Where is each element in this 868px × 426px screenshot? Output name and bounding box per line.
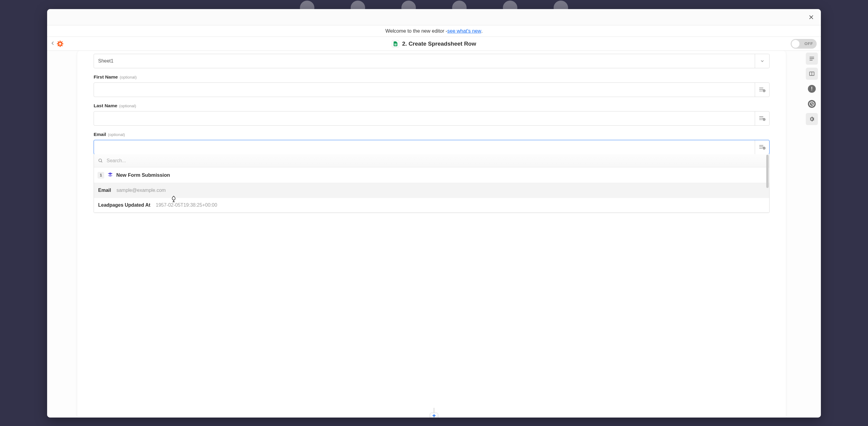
option-value: 1957-02-05T19:38:25+00:00: [156, 203, 217, 208]
last-name-label: Last Name (optional): [94, 103, 770, 109]
svg-rect-6: [60, 41, 63, 43]
whats-new-link[interactable]: see what's new: [447, 28, 481, 34]
outline-icon[interactable]: [806, 53, 818, 65]
dropdown-source-header[interactable]: 1 New Form Submission: [94, 168, 769, 183]
insert-data-icon[interactable]: [755, 140, 769, 154]
svg-rect-8: [57, 41, 60, 43]
zapier-logo-icon: [56, 40, 64, 48]
insert-data-icon[interactable]: [755, 112, 769, 125]
close-icon[interactable]: [807, 13, 815, 22]
option-key: Email: [98, 188, 111, 193]
step-card: Sheet1 First Name (optional): [77, 51, 786, 418]
option-key: Leadpages Updated At: [98, 203, 150, 208]
svg-rect-7: [57, 44, 60, 47]
svg-rect-3: [60, 45, 61, 47]
svg-marker-30: [108, 173, 113, 175]
source-name: New Form Submission: [116, 172, 170, 178]
dropdown-scrollbar[interactable]: [766, 155, 769, 188]
step-title: 2. Create Spreadsheet Row: [402, 40, 476, 47]
svg-rect-2: [60, 40, 61, 42]
worksheet-value: Sheet1: [94, 54, 755, 68]
first-name-input[interactable]: [94, 83, 755, 97]
dropdown-option[interactable]: Leadpages Updated At1957-02-05T19:38:25+…: [94, 198, 769, 213]
clock-icon[interactable]: [806, 98, 818, 110]
insert-data-icon[interactable]: [755, 83, 769, 97]
email-label: Email (optional): [94, 132, 770, 137]
add-step-button[interactable]: +: [430, 413, 438, 418]
google-sheets-icon: [392, 40, 399, 48]
settings-gear-icon[interactable]: [806, 113, 818, 125]
email-input[interactable]: [94, 140, 755, 154]
first-name-label: First Name (optional): [94, 74, 770, 80]
svg-rect-5: [61, 43, 63, 44]
email-input-wrap: [94, 140, 770, 154]
chevron-down-icon[interactable]: [755, 54, 769, 68]
right-toolbar: !: [806, 53, 818, 125]
dropdown-search-input[interactable]: [106, 158, 765, 163]
alert-icon[interactable]: !: [806, 83, 818, 95]
welcome-prefix: Welcome to the new editor -: [385, 28, 447, 34]
last-name-input[interactable]: [94, 112, 755, 125]
worksheet-select[interactable]: Sheet1: [94, 54, 770, 68]
last-name-input-wrap: [94, 111, 770, 126]
stack-icon: [108, 173, 113, 178]
dropdown-option[interactable]: Emailsample@example.com: [94, 183, 769, 198]
field-data-dropdown: 1 New Form Submission Emailsample@exampl…: [94, 154, 770, 213]
back-chevron-icon[interactable]: [51, 41, 54, 47]
toggle-label: OFF: [805, 41, 813, 46]
step-header: 2. Create Spreadsheet Row OFF: [47, 37, 821, 51]
dropdown-search-row: [94, 154, 769, 168]
first-name-input-wrap: [94, 83, 770, 97]
svg-rect-4: [57, 43, 59, 44]
book-icon[interactable]: [806, 68, 818, 80]
modal-topbar: [47, 9, 821, 25]
search-icon: [98, 158, 103, 163]
editor-modal: Welcome to the new editor - see what's n…: [47, 9, 821, 418]
svg-marker-31: [108, 175, 113, 177]
toggle-knob: [792, 40, 800, 48]
svg-line-29: [101, 161, 102, 162]
svg-rect-9: [60, 44, 63, 47]
editor-body: Sheet1 First Name (optional): [47, 51, 821, 418]
welcome-bar: Welcome to the new editor - see what's n…: [47, 25, 821, 37]
welcome-suffix: .: [481, 28, 483, 34]
svg-point-28: [99, 159, 101, 162]
option-value: sample@example.com: [117, 188, 166, 193]
source-step-badge: 1: [98, 172, 104, 179]
zap-on-off-toggle[interactable]: OFF: [791, 39, 817, 49]
